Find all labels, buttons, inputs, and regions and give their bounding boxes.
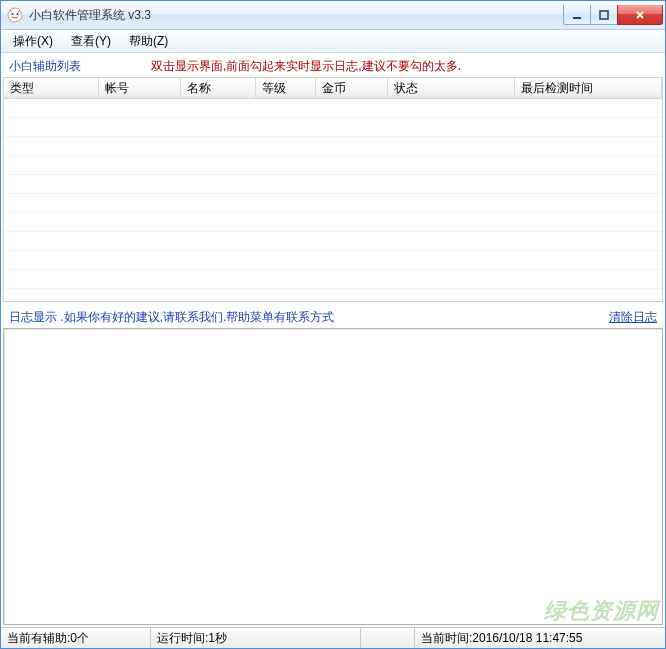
table-body[interactable] bbox=[4, 99, 662, 301]
log-header: 日志显示 .如果你有好的建议,请联系我们.帮助菜单有联系方式 清除日志 bbox=[3, 306, 663, 328]
svg-rect-3 bbox=[573, 17, 581, 19]
col-status[interactable]: 状态 bbox=[388, 78, 515, 98]
menu-operate[interactable]: 操作(X) bbox=[5, 31, 61, 52]
menu-view[interactable]: 查看(Y) bbox=[63, 31, 119, 52]
status-now: 当前时间:2016/10/18 11:47:55 bbox=[415, 628, 665, 648]
svg-point-1 bbox=[12, 13, 14, 15]
menu-bar: 操作(X) 查看(Y) 帮助(Z) bbox=[1, 30, 665, 53]
table-header: 类型 帐号 名称 等级 金币 状态 最后检测时间 bbox=[4, 78, 662, 99]
close-button[interactable] bbox=[617, 5, 663, 25]
col-account[interactable]: 帐号 bbox=[99, 78, 181, 98]
app-icon bbox=[7, 7, 23, 23]
window-title: 小白软件管理系统 v3.3 bbox=[29, 7, 151, 24]
clear-log-link[interactable]: 清除日志 bbox=[609, 309, 657, 326]
status-blank bbox=[361, 628, 415, 648]
col-name[interactable]: 名称 bbox=[181, 78, 256, 98]
col-type[interactable]: 类型 bbox=[4, 78, 99, 98]
status-bar: 当前有辅助:0个 运行时间:1秒 当前时间:2016/10/18 11:47:5… bbox=[1, 627, 665, 648]
status-assist-count: 当前有辅助:0个 bbox=[1, 628, 151, 648]
list-title: 小白辅助列表 bbox=[9, 58, 81, 75]
maximize-button[interactable] bbox=[590, 5, 618, 25]
col-gold[interactable]: 金币 bbox=[316, 78, 388, 98]
minimize-button[interactable] bbox=[563, 5, 591, 25]
svg-rect-4 bbox=[600, 11, 608, 19]
log-textarea[interactable] bbox=[3, 328, 663, 625]
row-guides bbox=[4, 99, 662, 301]
svg-point-2 bbox=[17, 13, 19, 15]
app-window: 小白软件管理系统 v3.3 操作(X) 查看(Y) 帮助(Z) 小白辅助列表 双… bbox=[0, 0, 666, 649]
col-level[interactable]: 等级 bbox=[256, 78, 316, 98]
title-bar: 小白软件管理系统 v3.3 bbox=[1, 1, 665, 30]
col-lastcheck[interactable]: 最后检测时间 bbox=[515, 78, 662, 98]
window-controls bbox=[564, 5, 663, 25]
status-runtime: 运行时间:1秒 bbox=[151, 628, 361, 648]
list-hint: 双击显示界面,前面勾起来实时显示日志,建议不要勾的太多. bbox=[121, 58, 657, 75]
menu-help[interactable]: 帮助(Z) bbox=[121, 31, 176, 52]
log-label: 日志显示 .如果你有好的建议,请联系我们.帮助菜单有联系方式 bbox=[9, 309, 334, 326]
client-area: 小白辅助列表 双击显示界面,前面勾起来实时显示日志,建议不要勾的太多. 类型 帐… bbox=[1, 53, 665, 627]
list-header: 小白辅助列表 双击显示界面,前面勾起来实时显示日志,建议不要勾的太多. bbox=[3, 55, 663, 77]
assist-table[interactable]: 类型 帐号 名称 等级 金币 状态 最后检测时间 bbox=[3, 77, 663, 302]
